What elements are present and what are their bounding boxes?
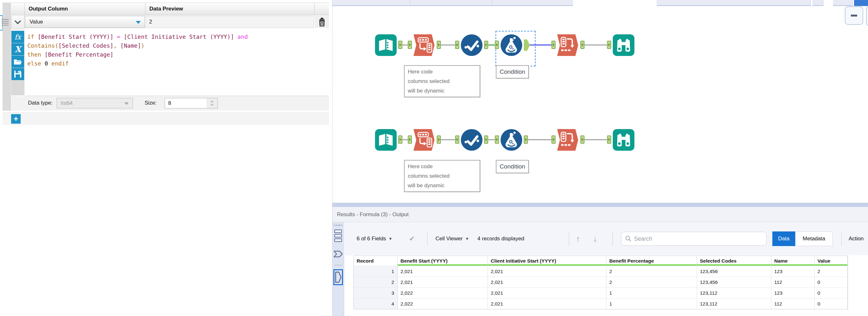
record-number-cell[interactable]: 1 [354,266,398,277]
column-header[interactable]: Name [771,256,815,266]
data-cell[interactable]: 123 [771,266,815,277]
data-cell[interactable]: 2,021 [488,277,607,287]
data-tab[interactable]: Data [772,231,795,246]
data-cell[interactable]: 1 [607,298,697,309]
cross-tab-tool[interactable] [557,34,580,57]
data-cell[interactable]: 123 [771,288,815,298]
input-data-tool[interactable] [374,128,397,151]
record-number-cell[interactable]: 4 [354,298,398,309]
output-anchor[interactable] [398,41,402,49]
select-tool[interactable] [460,128,483,151]
column-header[interactable]: Benefit Percentage [607,256,697,266]
data-cell[interactable]: 1 [607,288,697,298]
connection-wire-gray[interactable] [488,139,495,140]
connection-wire-gray[interactable] [585,139,607,140]
input-anchor[interactable] [408,41,412,49]
data-cell[interactable]: 0 [815,277,848,287]
add-expression-button[interactable]: + [11,114,21,124]
data-type-dropdown[interactable]: Int64 [57,98,133,108]
data-cell[interactable]: 0 [815,298,848,309]
column-header[interactable]: Value [815,256,848,266]
workflow-canvas[interactable]: Here codecolumns selectedwill be dynamic… [332,0,868,203]
output-anchor-button-selected[interactable] [333,269,343,285]
results-table[interactable]: RecordBenefit Start (YYYY)Client Initiat… [353,256,848,309]
table-row[interactable]: 12,0212,0212123,4561232 [354,266,848,277]
data-cell[interactable]: 2,021 [488,298,607,309]
cross-tab-tool[interactable] [557,128,580,151]
data-cell[interactable]: 2 [607,266,697,277]
input-anchor[interactable] [455,135,459,144]
input-anchor[interactable] [607,135,611,144]
input-anchor[interactable] [495,135,499,144]
input-anchor[interactable] [552,135,556,144]
connection-wire-gray[interactable] [441,44,455,45]
panel-splitter[interactable] [332,203,868,207]
browse-tool[interactable] [612,34,635,57]
connection-wire-green[interactable] [488,44,495,45]
column-header[interactable]: Client Initiative Start (YYYY) [488,256,607,266]
connection-wire-gray[interactable] [402,139,408,140]
record-number-cell[interactable]: 3 [354,288,398,298]
data-cell[interactable]: 123,456 [697,277,771,287]
workflow-messages-button[interactable] [334,229,342,242]
input-anchor[interactable] [455,41,459,49]
record-number-cell[interactable]: 2 [354,277,398,287]
partial-toolbar-button[interactable] [866,6,868,26]
size-spinner[interactable] [207,98,217,108]
formula-tool[interactable] [500,128,523,151]
cell-viewer-dropdown[interactable]: Cell Viewer ▼ [435,222,469,255]
input-anchor-button[interactable] [333,247,343,261]
data-cell[interactable]: 2,021 [398,277,488,287]
data-cell[interactable]: 2,022 [398,298,488,309]
output-anchor[interactable] [580,41,585,49]
transpose-tool[interactable] [413,34,436,57]
data-cell[interactable]: 123,112 [697,288,771,298]
formula-tool-label[interactable]: Condition [496,160,529,173]
column-header[interactable]: Benefit Start (YYYY) [398,256,488,266]
output-anchor[interactable] [437,41,441,49]
input-anchor[interactable] [552,41,556,49]
input-anchor[interactable] [495,41,499,49]
output-anchor[interactable] [398,135,402,144]
input-data-tool[interactable] [374,34,397,57]
save-expression-button[interactable] [11,68,24,80]
metadata-tab[interactable]: Metadata [795,231,833,246]
connection-wire-gray[interactable] [528,139,552,140]
connection-wire-gray[interactable] [585,44,607,45]
data-cell[interactable]: 112 [771,277,815,287]
column-header[interactable]: Selected Codes [697,256,771,266]
data-cell[interactable]: 123,112 [697,298,771,309]
delete-expression-button[interactable] [315,16,329,28]
data-cell[interactable]: 2 [607,277,697,287]
output-column-dropdown[interactable]: Value [25,16,145,28]
data-cell[interactable]: 123,456 [697,266,771,277]
variables-button[interactable]: X [11,43,24,55]
apply-check-icon[interactable]: ✔ [409,222,415,255]
table-row[interactable]: 32,0222,0211123,1121230 [354,287,848,298]
browse-tool[interactable] [612,128,635,151]
output-anchor[interactable] [484,135,488,144]
table-row[interactable]: 22,0212,0212123,4561120 [354,277,848,287]
actions-menu[interactable]: Action [848,222,864,255]
connection-wire-gray[interactable] [441,139,455,140]
data-cell[interactable]: 112 [771,298,815,309]
output-anchor[interactable] [524,135,528,144]
output-anchor[interactable] [580,135,585,144]
transpose-tool[interactable] [413,128,436,151]
saved-expressions-button[interactable] [11,56,24,68]
data-cell[interactable]: 0 [815,288,848,298]
expression-editor[interactable]: if [Benefit Start (YYYY)] = [Client Init… [25,31,329,96]
tool-annotation[interactable]: Here codecolumns selectedwill be dynamic [404,65,480,97]
tool-annotation[interactable]: Here codecolumns selectedwill be dynamic [404,160,480,192]
output-anchor[interactable] [484,41,488,49]
data-cell[interactable]: 2,022 [398,288,488,298]
table-row[interactable]: 42,0222,0211123,1121120 [354,298,848,309]
search-input[interactable]: Search [621,232,767,246]
scroll-up-button[interactable]: ↑ [576,222,580,255]
data-cell[interactable]: 2 [815,266,848,277]
data-cell[interactable]: 2,021 [488,288,607,298]
output-anchor[interactable] [437,135,441,144]
formula-tool[interactable] [500,34,523,57]
collapse-expression-button[interactable] [11,15,25,29]
scroll-down-button[interactable]: ↓ [593,222,597,255]
